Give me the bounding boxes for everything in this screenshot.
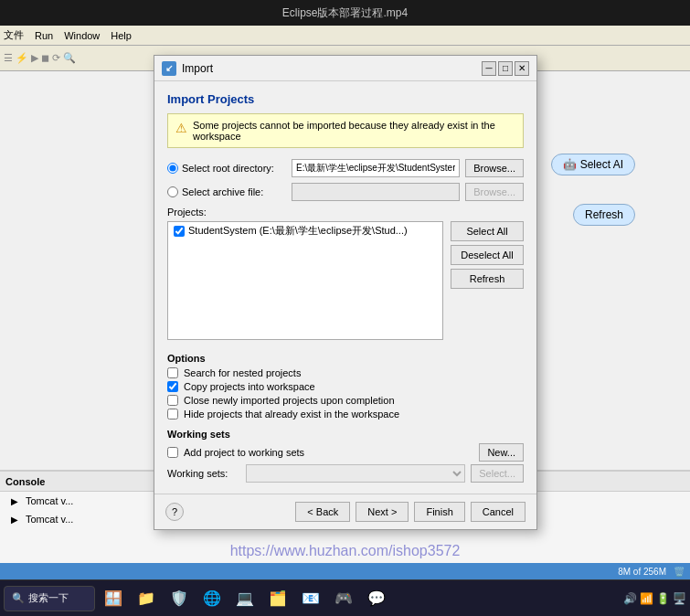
ws-add-row: Add project to working sets New... [167, 443, 524, 462]
dialog-footer: ? < Back Next > Finish Cancel [154, 494, 536, 529]
back-button[interactable]: < Back [295, 502, 350, 522]
network-icon[interactable]: 📶 [640, 592, 653, 605]
ws-add-label: Add project to working sets [184, 447, 304, 458]
footer-buttons: < Back Next > Finish Cancel [295, 502, 525, 522]
footer-left: ? [165, 503, 184, 521]
warning-icon: ⚠ [175, 121, 187, 135]
ws-add-checkbox[interactable] [167, 447, 178, 458]
options-title: Options [167, 353, 524, 364]
archive-radio-label[interactable]: Select archive file: [167, 186, 286, 197]
deselect-all-label: Deselect All [461, 250, 513, 260]
display-icon[interactable]: 🖥️ [673, 592, 686, 605]
deselect-all-button[interactable]: Deselect All [451, 245, 524, 265]
opt3-checkbox[interactable] [167, 395, 178, 406]
menu-file[interactable]: 文件 [4, 28, 24, 42]
archive-radio[interactable] [167, 186, 178, 197]
working-sets-title: Working sets [167, 429, 524, 440]
projects-list-area: StudentSystem (E:\最新\学生\eclipse开发\Stud..… [167, 221, 524, 347]
taskbar-shield-icon[interactable]: 🛡️ [165, 584, 194, 613]
menu-run[interactable]: Run [35, 30, 53, 41]
root-dir-label: Select root directory: [182, 163, 274, 174]
archive-label: Select archive file: [182, 186, 263, 197]
options-section: Options Search for nested projects Copy … [167, 353, 524, 420]
taskbar-chat-icon[interactable]: 💬 [362, 584, 391, 613]
select-ai-area: 🤖 Select AI [551, 154, 635, 175]
taskbar-files-icon[interactable]: 🗂️ [263, 584, 292, 613]
ws-select-label: Select... [479, 468, 515, 479]
taskbar-computer-icon[interactable]: 💻 [230, 584, 260, 613]
opt1-checkbox[interactable] [167, 367, 178, 378]
battery-icon[interactable]: 🔋 [656, 592, 670, 605]
opt4-checkbox[interactable] [167, 409, 178, 420]
taskbar-right: 🔊 📶 🔋 🖥️ [623, 592, 686, 605]
dialog-minimize-button[interactable]: ─ [482, 61, 496, 76]
finish-label: Finish [426, 506, 452, 517]
root-dir-input[interactable] [292, 159, 460, 177]
ai-icon: 🤖 [563, 158, 577, 171]
refresh-label: Refresh [585, 208, 623, 221]
project-checkbox-1[interactable] [174, 226, 185, 237]
taskbar: 🔍 搜索一下 🪟 📁 🛡️ 🌐 💻 🗂️ 📧 🎮 💬 🔊 📶 🔋 🖥️ [0, 579, 690, 616]
back-label: < Back [307, 506, 338, 517]
opt1-row: Search for nested projects [167, 367, 524, 378]
taskbar-mail-icon[interactable]: 📧 [296, 584, 325, 613]
browse-archive-label: Browse... [473, 186, 515, 197]
finish-button[interactable]: Finish [414, 502, 464, 522]
opt3-label: Close newly imported projects upon compl… [184, 395, 395, 406]
taskbar-search[interactable]: 🔍 搜索一下 [4, 586, 95, 611]
taskbar-folder-icon[interactable]: 📁 [132, 584, 161, 613]
dialog-body: Import Projects ⚠ Some projects cannot b… [154, 81, 536, 494]
help-button[interactable]: ? [165, 503, 184, 521]
browse-root-label: Browse... [473, 163, 515, 174]
opt1-label: Search for nested projects [184, 367, 301, 378]
refresh-button[interactable]: Refresh [573, 204, 635, 226]
opt2-checkbox[interactable] [167, 381, 178, 392]
ws-select-input[interactable] [246, 464, 465, 483]
projects-label: Projects: [167, 207, 524, 218]
project-item-label-1: StudentSystem (E:\最新\学生\eclipse开发\Stud..… [188, 224, 408, 238]
taskbar-browser-icon[interactable]: 🌐 [197, 584, 227, 613]
browse-root-button[interactable]: Browse... [465, 159, 524, 177]
eclipse-background: 文件 Run Window Help ☰ ⚡ ▶ ◼ ⟳ 🔍 Eclipse版本… [0, 26, 690, 579]
dialog-close-button[interactable]: ✕ [515, 61, 529, 76]
taskbar-start-icon[interactable]: 🪟 [99, 584, 128, 613]
console-title: Console [5, 476, 45, 487]
ws-select-button[interactable]: Select... [471, 464, 524, 483]
dialog-section-title: Import Projects [167, 92, 524, 106]
archive-file-row: Select archive file: Browse... [167, 183, 524, 201]
taskbar-game-icon[interactable]: 🎮 [329, 584, 358, 613]
ws-label-text: Working sets: [167, 468, 240, 479]
opt4-label: Hide projects that already exist in the … [184, 409, 399, 420]
title-bar: Eclipse版本部署过程.mp4 [0, 0, 690, 26]
memory-status: 8M of 256M [618, 567, 666, 577]
volume-icon[interactable]: 🔊 [623, 592, 637, 605]
menu-help[interactable]: Help [111, 30, 132, 41]
select-all-button[interactable]: Select All [451, 221, 524, 241]
select-all-label: Select All [466, 226, 507, 237]
console-item-label-1: Tomcat v... [26, 495, 73, 506]
browse-archive-button[interactable]: Browse... [465, 183, 524, 201]
window-title: Eclipse版本部署过程.mp4 [282, 5, 408, 21]
archive-input[interactable] [292, 183, 460, 201]
eclipse-menu-bar: 文件 Run Window Help [0, 26, 690, 46]
select-ai-button[interactable]: 🤖 Select AI [551, 154, 635, 175]
menu-window[interactable]: Window [64, 30, 100, 41]
dialog-title-icon: ↙ [162, 61, 176, 76]
refresh-list-label: Refresh [470, 273, 505, 284]
eclipse-status-bar: 8M of 256M 🗑️ [0, 563, 690, 579]
working-sets-section: Working sets Add project to working sets… [167, 429, 524, 483]
ws-new-button[interactable]: New... [479, 443, 524, 462]
root-dir-row: Select root directory: Browse... [167, 159, 524, 177]
root-dir-radio[interactable] [167, 163, 178, 174]
dialog-maximize-button[interactable]: □ [498, 61, 513, 76]
next-button[interactable]: Next > [356, 502, 409, 522]
refresh-list-button[interactable]: Refresh [451, 269, 524, 289]
warning-box: ⚠ Some projects cannot be imported becau… [167, 113, 524, 148]
refresh-area: Refresh [573, 204, 635, 226]
cancel-button[interactable]: Cancel [471, 502, 525, 522]
trash-icon: 🗑️ [674, 567, 685, 577]
projects-list: StudentSystem (E:\最新\学生\eclipse开发\Stud..… [167, 221, 443, 340]
import-dialog: ↙ Import ─ □ ✕ Import Projects ⚠ Some pr… [154, 55, 537, 530]
root-dir-radio-label[interactable]: Select root directory: [167, 163, 286, 174]
sys-tray: 🔊 📶 🔋 🖥️ [623, 592, 686, 605]
